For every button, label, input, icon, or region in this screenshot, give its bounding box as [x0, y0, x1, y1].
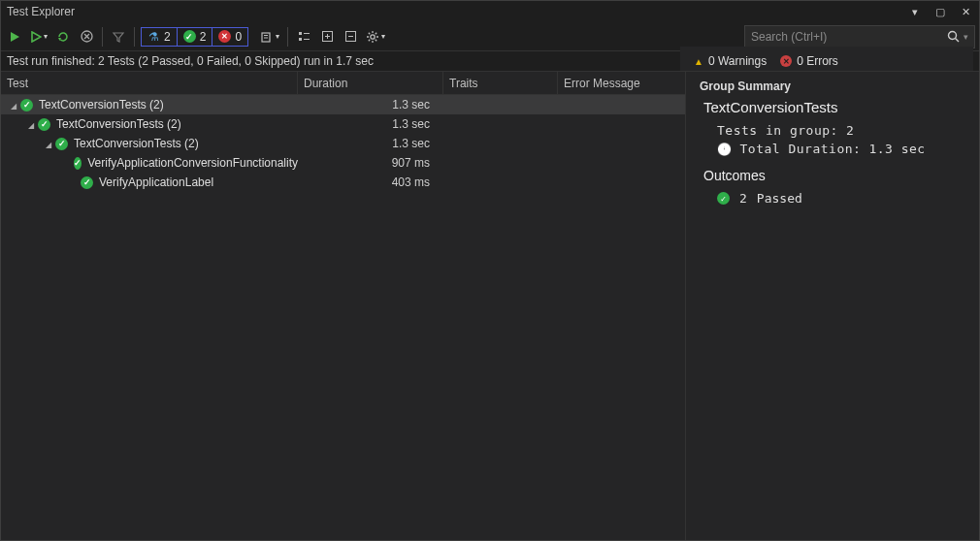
svg-point-27	[949, 32, 957, 40]
pass-icon	[81, 176, 93, 189]
outcome-passed-label: Passed	[757, 191, 802, 206]
test-duration: 1.3 sec	[298, 137, 443, 150]
summary-group-name: TextConversionTests	[703, 99, 965, 115]
svg-line-26	[376, 32, 376, 33]
filter-button[interactable]	[109, 26, 128, 48]
run-button[interactable]: ▾	[28, 26, 49, 48]
test-list-panel: Test Duration Traits Error Message TextC…	[1, 72, 686, 540]
summary-panel: Group Summary TextConversionTests Tests …	[686, 72, 979, 540]
summary-duration-line: Total Duration: 1.3 sec	[717, 142, 965, 156]
expand-caret-icon[interactable]	[11, 100, 20, 111]
counter-passed-value: 2	[200, 30, 207, 44]
status-text: Test run finished: 2 Tests (2 Passed, 0 …	[7, 54, 374, 68]
clock-icon	[717, 142, 733, 156]
run-all-button[interactable]	[5, 26, 24, 48]
repeat-run-button[interactable]	[53, 26, 73, 48]
col-duration[interactable]: Duration	[298, 72, 443, 94]
close-icon[interactable]	[956, 1, 975, 22]
search-input[interactable]: ▾	[744, 25, 975, 48]
test-row[interactable]: TextConversionTests (2)1.3 sec	[1, 134, 685, 153]
test-duration: 1.3 sec	[298, 117, 443, 131]
test-name: VerifyApplicationConversionFunctionality	[87, 156, 298, 170]
search-field[interactable]	[751, 30, 947, 44]
counter-passed[interactable]: 2	[178, 28, 213, 46]
summary-header: Group Summary	[700, 80, 965, 93]
fail-icon	[218, 30, 231, 43]
search-dropdown-icon[interactable]: ▾	[960, 32, 968, 42]
separator	[102, 27, 103, 47]
svg-point-18	[371, 34, 375, 38]
outcome-passed: 2 Passed	[717, 191, 965, 206]
counter-failed-value: 0	[235, 30, 242, 44]
test-row[interactable]: VerifyApplicationConversionFunctionality…	[1, 153, 685, 173]
test-name: TextConversionTests (2)	[39, 98, 164, 111]
test-row[interactable]: TextConversionTests (2)1.3 sec	[1, 114, 685, 134]
col-test[interactable]: Test	[1, 72, 298, 94]
separator	[287, 27, 288, 47]
summary-count-line: Tests in group: 2	[717, 123, 965, 138]
maximize-icon[interactable]	[931, 1, 950, 22]
expand-button[interactable]	[317, 26, 337, 48]
group-by-button[interactable]	[294, 26, 313, 48]
playlist-button[interactable]: ▾	[258, 26, 281, 48]
col-error[interactable]: Error Message	[558, 72, 685, 94]
pass-icon	[74, 157, 82, 170]
pass-icon	[38, 118, 50, 131]
test-counters: 2 2 0	[141, 27, 248, 47]
status-bar: Test run finished: 2 Tests (2 Passed, 0 …	[1, 51, 979, 71]
test-row[interactable]: TextConversionTests (2)1.3 sec	[1, 95, 685, 114]
test-name: TextConversionTests (2)	[74, 137, 199, 150]
collapse-button[interactable]	[341, 26, 360, 48]
settings-button[interactable]: ▾	[364, 26, 387, 48]
outcomes-header: Outcomes	[703, 168, 965, 183]
test-duration: 907 ms	[298, 156, 443, 170]
titlebar: Test Explorer	[1, 1, 979, 22]
error-icon	[780, 55, 792, 67]
status-errors[interactable]: 0 Errors	[780, 54, 838, 68]
summary-count: 2	[846, 123, 854, 138]
flask-icon	[147, 30, 160, 43]
window-title: Test Explorer	[5, 5, 75, 18]
summary-duration: 1.3 sec	[868, 142, 925, 156]
warning-icon	[694, 54, 703, 68]
pass-icon	[183, 30, 196, 43]
column-headers: Test Duration Traits Error Message	[1, 72, 685, 95]
svg-line-23	[369, 32, 370, 33]
counter-total-value: 2	[164, 30, 171, 44]
svg-rect-9	[299, 32, 302, 35]
pass-icon	[20, 99, 33, 111]
window-controls	[905, 1, 975, 22]
svg-line-28	[956, 39, 960, 43]
svg-marker-0	[11, 32, 19, 42]
test-rows: TextConversionTests (2)1.3 secTextConver…	[1, 95, 685, 540]
counter-total[interactable]: 2	[142, 28, 178, 46]
separator	[134, 27, 135, 47]
test-duration: 403 ms	[298, 175, 443, 189]
window-menu-icon[interactable]	[905, 1, 925, 22]
summary-duration-label: Total Duration:	[740, 142, 862, 156]
pass-icon	[55, 138, 68, 150]
expand-caret-icon[interactable]	[46, 139, 55, 149]
main-area: Test Duration Traits Error Message TextC…	[1, 71, 979, 540]
status-warnings[interactable]: 0 Warnings	[694, 54, 767, 68]
expand-caret-icon[interactable]	[28, 119, 38, 130]
svg-rect-10	[299, 38, 302, 41]
test-row[interactable]: VerifyApplicationLabel403 ms	[1, 173, 685, 192]
test-duration: 1.3 sec	[298, 98, 443, 111]
svg-marker-1	[32, 32, 41, 42]
summary-count-label: Tests in group:	[717, 123, 838, 138]
test-name: VerifyApplicationLabel	[99, 175, 213, 189]
col-traits[interactable]: Traits	[443, 72, 558, 94]
test-name: TextConversionTests (2)	[56, 117, 181, 131]
cancel-run-button[interactable]	[77, 26, 96, 48]
svg-line-25	[369, 39, 370, 40]
svg-line-24	[376, 39, 376, 40]
outcome-passed-count: 2	[739, 191, 747, 206]
pass-icon	[717, 192, 730, 205]
search-icon[interactable]	[947, 30, 960, 43]
counter-failed[interactable]: 0	[212, 28, 247, 46]
